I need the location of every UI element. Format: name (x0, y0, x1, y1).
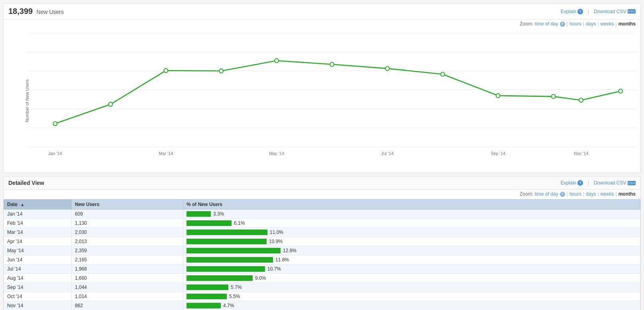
table-row: Nov '148624.7% (4, 301, 640, 310)
chart-panel: 18,399 New Users Explain ? | Download CS… (3, 3, 641, 173)
detail-zoom-weeks[interactable]: weeks (601, 191, 614, 197)
svg-text:Jan '14: Jan '14 (48, 151, 62, 156)
table-row: Aug '141,6609.0% (4, 274, 640, 283)
cell-new-users: 862 (72, 301, 183, 310)
bar-pct-text: 3.3% (213, 211, 224, 217)
zoom-months[interactable]: months (618, 21, 636, 27)
zoom-time-of-day[interactable]: time of day (535, 21, 558, 27)
cell-date: Oct '14 (4, 292, 72, 301)
bar-pct-text: 6.1% (234, 220, 245, 226)
bar-cell: 12.8% (187, 248, 637, 253)
chart-total: 18,399 (8, 7, 33, 16)
detail-download-csv-link[interactable]: Download CSV CSV (594, 180, 636, 186)
cell-pct: 10.7% (183, 265, 640, 274)
bar-visual (187, 230, 267, 235)
cell-pct: 4.7% (183, 301, 640, 310)
explain-icon: ? (577, 9, 583, 14)
csv-icon: CSV (628, 9, 636, 14)
cell-date: Jun '14 (4, 255, 72, 265)
detail-zoom-time-of-day[interactable]: time of day (535, 191, 558, 197)
data-point-jan (53, 122, 57, 126)
zoom-days[interactable]: days (586, 21, 596, 27)
bar-pct-text: 5.7% (231, 284, 242, 290)
data-point-oct (552, 94, 556, 98)
bar-pct-text: 5.5% (229, 294, 240, 299)
svg-text:Sep '14: Sep '14 (491, 151, 505, 156)
bar-cell: 3.3% (187, 211, 637, 217)
bar-cell: 9.0% (187, 275, 637, 281)
detail-explain-icon: ? (577, 180, 583, 186)
cell-new-users: 2,013 (72, 237, 183, 246)
table-container: Date ▲ New Users % of New Users Jan '146… (4, 199, 640, 310)
detail-header-actions: Explain ? | Download CSV CSV (561, 180, 636, 186)
chart-header: 18,399 New Users Explain ? | Download CS… (4, 4, 640, 20)
bar-cell: 11.8% (187, 257, 637, 263)
chart-header-actions: Explain ? | Download CSV CSV (561, 9, 636, 14)
detail-zoom-days[interactable]: days (586, 191, 596, 197)
bar-pct-text: 10.9% (269, 239, 283, 244)
svg-text:Jul '14: Jul '14 (381, 151, 393, 156)
explain-link[interactable]: Explain ? (561, 9, 583, 14)
col-date[interactable]: Date ▲ (4, 200, 72, 210)
bar-cell: 6.1% (187, 220, 637, 226)
cell-date: May '14 (4, 246, 72, 255)
data-point-feb (108, 102, 112, 106)
table-row: Mar '142,03011.0% (4, 228, 640, 237)
detail-explain-link[interactable]: Explain ? (561, 180, 583, 186)
table-row: Jul '141,96810.7% (4, 265, 640, 274)
cell-date: Nov '14 (4, 301, 72, 310)
svg-text:Nov '14: Nov '14 (574, 151, 589, 156)
cell-new-users: 2,165 (72, 255, 183, 265)
cell-new-users: 1,130 (72, 219, 183, 228)
sort-arrow-date: ▲ (20, 202, 24, 207)
col-pct-new-users[interactable]: % of New Users (183, 200, 640, 210)
zoom-weeks[interactable]: weeks (601, 21, 614, 27)
cell-date: Jul '14 (4, 265, 72, 274)
cell-pct: 9.0% (183, 274, 640, 283)
data-point-aug (441, 72, 445, 76)
data-point-apr (219, 69, 223, 73)
cell-pct: 11.0% (183, 228, 640, 237)
detail-header: Detailed View Explain ? | Download CSV C… (4, 177, 640, 190)
bar-pct-text: 4.7% (223, 303, 234, 308)
cell-new-users: 1,044 (72, 283, 183, 292)
chart-title: 18,399 New Users (8, 7, 64, 16)
cell-pct: 6.1% (183, 219, 640, 228)
detail-explain-label: Explain (561, 180, 576, 186)
cell-new-users: 1,660 (72, 274, 183, 283)
cell-new-users: 609 (72, 210, 183, 219)
detail-panel: Detailed View Explain ? | Download CSV C… (3, 176, 641, 310)
table-row: May '142,35912.8% (4, 246, 640, 255)
divider: | (588, 9, 589, 14)
download-csv-link[interactable]: Download CSV CSV (594, 9, 636, 14)
zoom-hours[interactable]: hours (569, 21, 581, 27)
explain-label: Explain (561, 9, 576, 14)
cell-new-users: 2,359 (72, 246, 183, 255)
table-row: Jun '142,16511.8% (4, 255, 640, 265)
data-table: Date ▲ New Users % of New Users Jan '146… (4, 199, 640, 310)
cell-new-users: 1,968 (72, 265, 183, 274)
y-axis-label: Number of New Users (25, 79, 29, 122)
bar-pct-text: 9.0% (255, 275, 266, 281)
data-point-mar (164, 69, 168, 73)
cell-pct: 10.9% (183, 237, 640, 246)
detail-zoom-label: Zoom: (520, 191, 533, 197)
cell-new-users: 2,030 (72, 228, 183, 237)
cell-pct: 3.3% (183, 210, 640, 219)
data-point-dec (618, 89, 622, 93)
bar-visual (187, 248, 281, 253)
bar-cell: 10.7% (187, 266, 637, 272)
data-point-nov (579, 98, 583, 102)
detail-zoom-months[interactable]: months (618, 191, 636, 197)
bar-pct-text: 12.8% (283, 248, 296, 253)
cell-date: Aug '14 (4, 274, 72, 283)
bar-visual (187, 257, 273, 263)
bar-cell: 10.9% (187, 239, 637, 244)
bar-cell: 5.7% (187, 284, 637, 290)
detail-zoom-hours[interactable]: hours (569, 191, 581, 197)
cell-date: Jan '14 (4, 210, 72, 219)
table-row: Oct '141,0145.5% (4, 292, 640, 301)
cell-pct: 12.8% (183, 246, 640, 255)
bar-visual (187, 211, 211, 217)
col-new-users[interactable]: New Users (72, 200, 183, 210)
